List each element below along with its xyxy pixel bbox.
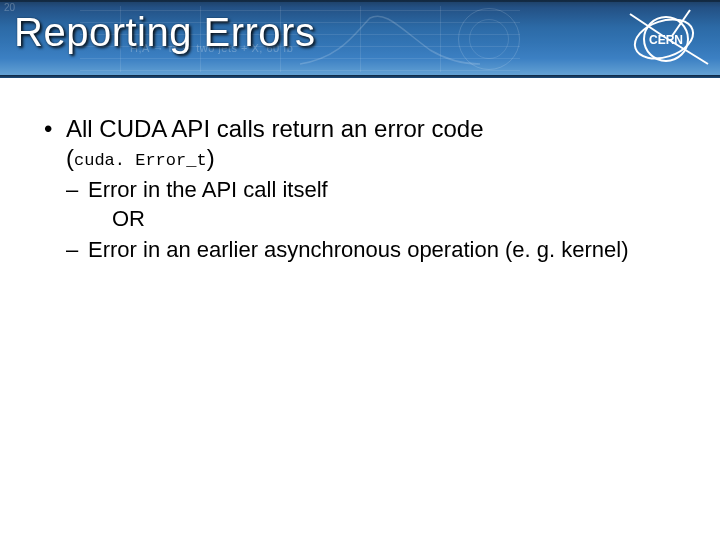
bullet-level-2: Error in the API call itself (66, 177, 678, 204)
slide: 20 H,A → ττ → two jets + X, 60 fb Report… (0, 0, 720, 540)
slide-body: All CUDA API calls return an error code … (0, 78, 720, 264)
paren-open: ( (66, 144, 74, 171)
cern-logo: CERN (620, 6, 710, 72)
paren-close: ) (207, 144, 215, 171)
bullet1-paren-line: (cuda. Error_t) (66, 144, 215, 171)
slide-title: Reporting Errors (0, 0, 720, 55)
slide-header: 20 H,A → ττ → two jets + X, 60 fb Report… (0, 0, 720, 78)
code-cuda-error-t: cuda. Error_t (74, 151, 207, 170)
cern-logo-text: CERN (649, 33, 683, 47)
or-line: OR (112, 205, 678, 233)
bullet-level-1: All CUDA API calls return an error code … (42, 114, 678, 173)
bullet-level-2: Error in an earlier asynchronous operati… (66, 237, 678, 264)
sub-bullet-1-text: Error in the API call itself (88, 177, 328, 202)
bullet1-text: All CUDA API calls return an error code (66, 115, 484, 142)
sub-bullet-2-text: Error in an earlier asynchronous operati… (88, 237, 629, 262)
